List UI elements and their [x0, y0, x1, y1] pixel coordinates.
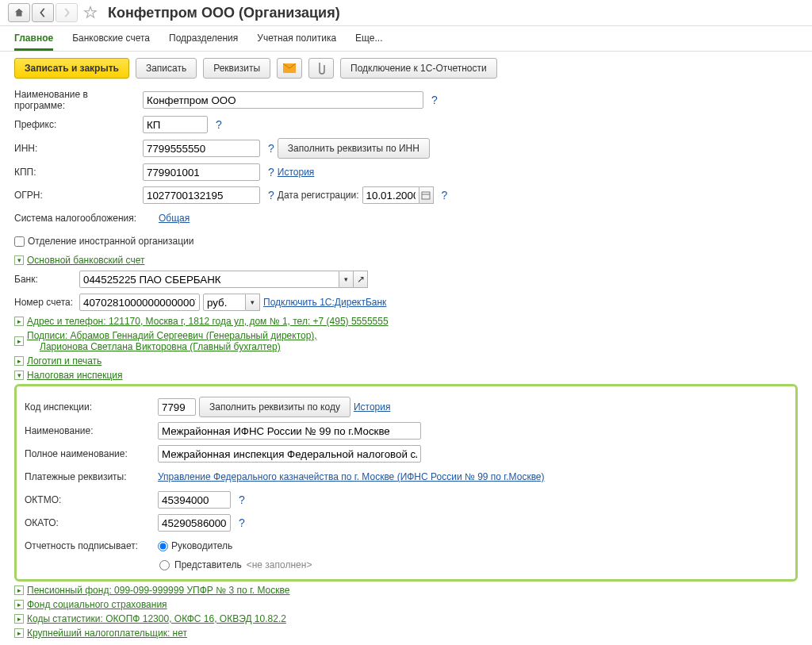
- dropdown-icon[interactable]: ▾: [339, 271, 354, 288]
- direct-bank-link[interactable]: Подключить 1С:ДиректБанк: [263, 297, 386, 308]
- kpp-label: КПП:: [14, 167, 140, 178]
- tax-system-link[interactable]: Общая: [159, 213, 190, 224]
- insp-full-label: Полное наименование:: [25, 448, 155, 459]
- chevron-right-icon: ▸: [14, 628, 24, 638]
- section-fss[interactable]: ▸Фонд социального страхования: [14, 599, 798, 610]
- svg-rect-1: [422, 192, 430, 199]
- currency-input[interactable]: [203, 294, 246, 311]
- tax-system-label: Система налогообложения:: [14, 213, 155, 224]
- help-icon[interactable]: ?: [268, 142, 274, 155]
- leader-radio[interactable]: [158, 541, 168, 551]
- prefix-input[interactable]: [143, 116, 208, 133]
- tab-more[interactable]: Еще...: [355, 33, 382, 51]
- help-icon[interactable]: ?: [216, 118, 222, 131]
- save-close-button[interactable]: Записать и закрыть: [14, 58, 129, 79]
- kpp-input[interactable]: [143, 163, 260, 181]
- mail-button[interactable]: [277, 58, 302, 79]
- help-icon[interactable]: ?: [431, 94, 438, 106]
- chevron-right-icon: ▸: [14, 600, 24, 609]
- reg-date-label: Дата регистрации:: [278, 190, 359, 201]
- tab-dep[interactable]: Подразделения: [169, 33, 238, 51]
- reg-date-input[interactable]: [362, 186, 419, 204]
- tab-main[interactable]: Главное: [14, 33, 53, 51]
- pay-req-label: Платежные реквизиты:: [25, 471, 155, 482]
- fill-inn-button[interactable]: Заполнить реквизиты по ИНН: [278, 138, 430, 159]
- tab-bank[interactable]: Банковские счета: [72, 33, 150, 51]
- help-icon[interactable]: ?: [239, 493, 245, 506]
- chevron-right-icon: ▸: [14, 356, 24, 366]
- foreign-checkbox[interactable]: [14, 236, 25, 247]
- chevron-right-icon: ▸: [14, 614, 24, 624]
- signs-label: Отчетность подписывает:: [25, 540, 155, 551]
- save-button[interactable]: Записать: [136, 58, 197, 79]
- repr-radio[interactable]: [159, 560, 170, 570]
- section-pension[interactable]: ▸Пенсионный фонд: 099-099-999999 УПФР № …: [14, 585, 798, 596]
- ogrn-label: ОГРН:: [14, 190, 140, 201]
- help-icon[interactable]: ?: [239, 516, 245, 529]
- prog-name-input[interactable]: [143, 91, 423, 109]
- prog-name-label: Наименование в программе:: [14, 89, 140, 111]
- help-icon[interactable]: ?: [268, 189, 274, 202]
- section-address[interactable]: ▸Адрес и телефон: 121170, Москва г, 1812…: [14, 316, 798, 327]
- okato-input[interactable]: [158, 514, 231, 532]
- section-logo[interactable]: ▸Логотип и печать: [14, 355, 798, 367]
- pay-req-link[interactable]: Управление Федерального казначейства по …: [158, 471, 545, 482]
- insp-history-link[interactable]: История: [354, 401, 391, 413]
- oktmo-label: ОКТМО:: [25, 494, 155, 505]
- help-icon[interactable]: ?: [442, 189, 448, 202]
- insp-name-input[interactable]: [158, 422, 421, 440]
- forward-button[interactable]: [56, 3, 78, 22]
- bank-label: Банк:: [14, 274, 76, 285]
- chevron-down-icon: ▾: [14, 255, 24, 265]
- insp-code-input[interactable]: [158, 398, 196, 416]
- prefix-label: Префикс:: [14, 119, 140, 130]
- back-button[interactable]: [32, 3, 54, 22]
- oktmo-input[interactable]: [158, 491, 231, 509]
- chevron-right-icon: ▸: [14, 336, 24, 346]
- dropdown-icon[interactable]: ▾: [246, 294, 260, 311]
- inn-input[interactable]: [143, 140, 260, 157]
- okato-label: ОКАТО:: [25, 517, 155, 528]
- chevron-down-icon: ▾: [14, 370, 24, 380]
- insp-full-input[interactable]: [158, 445, 421, 463]
- kpp-history-link[interactable]: История: [278, 167, 315, 178]
- help-icon[interactable]: ?: [268, 166, 274, 179]
- home-button[interactable]: [8, 3, 30, 22]
- account-input[interactable]: [79, 294, 200, 311]
- account-label: Номер счета:: [14, 297, 76, 308]
- tab-policy[interactable]: Учетная политика: [257, 33, 336, 51]
- fill-code-button[interactable]: Заполнить реквизиты по коду: [199, 397, 350, 417]
- section-big-taxpayer[interactable]: ▸Крупнейший налогоплательщик: нет: [14, 628, 798, 639]
- page-title: Конфетпром ООО (Организация): [108, 5, 340, 21]
- repr-label: Представитель: [174, 559, 242, 570]
- inn-label: ИНН:: [14, 143, 140, 154]
- calendar-icon[interactable]: [419, 186, 434, 204]
- leader-label: Руководитель: [171, 540, 232, 551]
- section-bank-account[interactable]: ▾Основной банковский счет: [14, 255, 798, 266]
- foreign-label: Отделение иностранной организации: [28, 236, 193, 247]
- chevron-right-icon: ▸: [14, 585, 24, 595]
- attach-button[interactable]: [308, 58, 334, 79]
- tax-inspection-panel: Код инспекции: Заполнить реквизиты по ко…: [14, 384, 798, 582]
- repr-empty: <не заполнен>: [247, 559, 312, 570]
- section-codes[interactable]: ▸Коды статистики: ОКОПФ 12300, ОКФС 16, …: [14, 613, 798, 624]
- chevron-right-icon: ▸: [14, 317, 24, 326]
- tab-bar: Главное Банковские счета Подразделения У…: [0, 26, 812, 52]
- section-tax-inspection[interactable]: ▾Налоговая инспекция: [14, 370, 798, 381]
- insp-code-label: Код инспекции:: [25, 401, 155, 413]
- open-icon[interactable]: ↗: [354, 271, 368, 288]
- ogrn-input[interactable]: [143, 186, 260, 204]
- requisites-button[interactable]: Реквизиты: [203, 58, 270, 79]
- favorite-icon[interactable]: [79, 3, 102, 22]
- section-signatures[interactable]: ▸Подписи: Абрамов Геннадий Сергеевич (Ге…: [14, 330, 798, 352]
- insp-name-label: Наименование:: [25, 425, 155, 436]
- bank-input[interactable]: [79, 271, 339, 288]
- connect-1c-button[interactable]: Подключение к 1С-Отчетности: [340, 58, 497, 79]
